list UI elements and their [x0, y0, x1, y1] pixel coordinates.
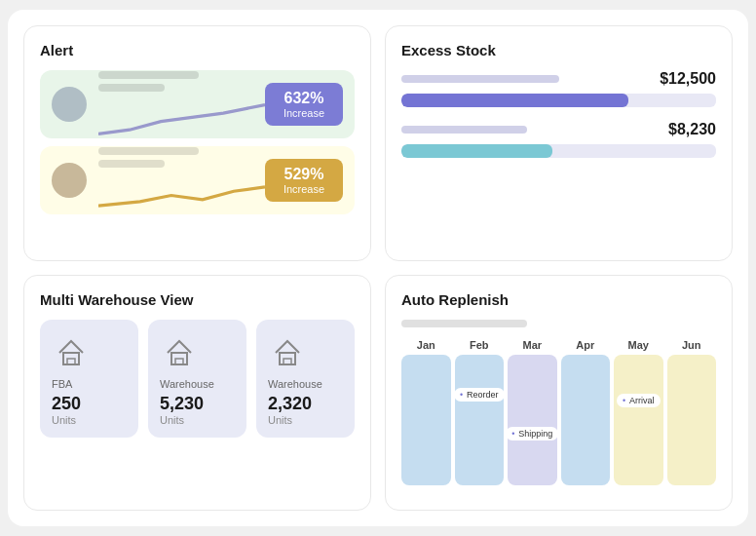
replenish-header-line — [401, 320, 527, 327]
alert-title: Alert — [40, 42, 355, 58]
stock-top-2: $8,230 — [401, 121, 716, 138]
cal-col-jun: Jun — [667, 339, 717, 485]
warehouse-item-0: FBA 250 Units — [40, 320, 138, 438]
shipping-tag: Shipping — [506, 427, 558, 440]
warehouse-unit-0: Units — [52, 414, 76, 426]
cal-label-feb: Feb — [470, 339, 489, 351]
stock-bar-container-2 — [401, 144, 716, 158]
warehouse-house-icon-0 — [52, 331, 91, 370]
alert-line-1a — [98, 71, 199, 79]
alert-card: Alert 632% Increase — [23, 25, 371, 261]
dashboard: Alert 632% Increase — [8, 10, 748, 526]
stock-label-bar-2 — [401, 126, 527, 134]
warehouse-item-1: Warehouse 5,230 Units — [148, 320, 246, 438]
cal-body-apr — [561, 355, 611, 485]
cal-col-feb: Feb Reorder — [455, 339, 505, 485]
alert-lines-2 — [98, 147, 265, 214]
cal-label-jun: Jun — [682, 339, 701, 351]
alert-badge-2: 529% Increase — [265, 159, 343, 202]
cal-label-jan: Jan — [417, 339, 435, 351]
sparkline-2 — [98, 172, 265, 214]
warehouse-grid: FBA 250 Units Warehouse 5,230 Units — [40, 320, 355, 438]
alert-avatar-2 — [52, 163, 87, 198]
alert-line-2a — [98, 147, 199, 155]
alert-row-1: 632% Increase — [40, 70, 355, 138]
warehouse-count-1: 5,230 — [160, 394, 204, 414]
alert-avatar-1 — [52, 87, 87, 122]
alert-line-1b — [98, 84, 165, 92]
auto-replenish-title: Auto Replenish — [401, 291, 716, 308]
alert-badge-1: 632% Increase — [265, 83, 343, 126]
warehouse-name-2: Warehouse — [268, 378, 322, 390]
warehouse-card: Multi Warehouse View FBA 250 Units War — [23, 275, 371, 511]
alert-badge-label-2: Increase — [277, 183, 331, 196]
cal-label-may: May — [628, 339, 649, 351]
cal-label-mar: Mar — [522, 339, 542, 351]
arrival-tag: Arrival — [617, 394, 661, 407]
sparkline-1 — [98, 96, 265, 138]
warehouse-name-0: FBA — [52, 378, 72, 390]
cal-body-feb: Reorder — [455, 355, 505, 485]
cal-col-may: May Arrival — [614, 339, 663, 485]
warehouse-name-1: Warehouse — [160, 378, 214, 390]
cal-body-mar: Shipping — [508, 355, 557, 485]
stock-bar-fill-2 — [401, 144, 552, 158]
cal-body-jan — [401, 355, 451, 485]
cal-col-mar: Mar Shipping — [508, 339, 557, 485]
stock-amount-2: $8,230 — [668, 121, 716, 138]
alert-badge-value-2: 529% — [277, 165, 331, 183]
stock-bar-fill-1 — [401, 94, 628, 107]
alert-line-2b — [98, 160, 165, 168]
stock-row-1: $12,500 — [401, 70, 716, 107]
warehouse-unit-1: Units — [160, 414, 184, 426]
warehouse-house-icon-1 — [160, 331, 199, 370]
warehouse-house-icon-2 — [268, 331, 307, 370]
reorder-tag: Reorder — [454, 388, 505, 402]
cal-col-apr: Apr — [561, 339, 611, 485]
stock-label-bar-1 — [401, 75, 559, 83]
cal-body-may: Arrival — [614, 355, 663, 485]
warehouse-item-2: Warehouse 2,320 Units — [256, 320, 355, 438]
stock-top-1: $12,500 — [401, 70, 716, 88]
excess-stock-card: Excess Stock $12,500 $8,230 — [385, 25, 733, 261]
alert-badge-value-1: 632% — [277, 89, 331, 107]
excess-stock-title: Excess Stock — [401, 42, 716, 58]
cal-col-jan: Jan — [401, 339, 451, 485]
replenish-calendar: Jan Feb Reorder Mar Shipping — [401, 339, 716, 485]
stock-bar-container-1 — [401, 94, 716, 107]
cal-body-jun — [667, 355, 717, 485]
warehouse-title: Multi Warehouse View — [40, 291, 355, 308]
warehouse-unit-2: Units — [268, 414, 292, 426]
stock-amount-1: $12,500 — [660, 70, 716, 88]
alert-badge-label-1: Increase — [277, 107, 331, 120]
alert-row-2: 529% Increase — [40, 146, 355, 214]
auto-replenish-card: Auto Replenish Jan Feb Reorder Mar — [385, 275, 733, 511]
cal-label-apr: Apr — [576, 339, 594, 351]
warehouse-count-0: 250 — [52, 394, 81, 414]
stock-row-2: $8,230 — [401, 121, 716, 158]
alert-lines-1 — [98, 71, 265, 138]
warehouse-count-2: 2,320 — [268, 394, 312, 414]
